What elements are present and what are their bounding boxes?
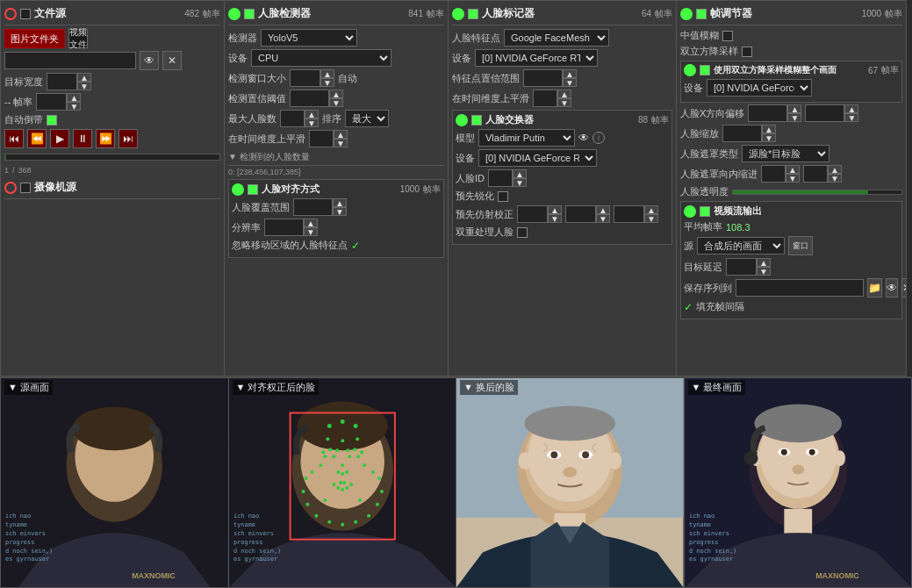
stream-delay-down[interactable]: ▼ [757,267,771,276]
swap-affine3-down[interactable]: ▼ [644,214,658,223]
source-btn4[interactable]: ⏸ [73,129,92,148]
swap-affine2-up[interactable]: ▲ [596,205,610,214]
detect-window-up[interactable]: ▲ [320,69,334,78]
detect-maxfaces-up[interactable]: ▲ [305,110,319,118]
swap-enable-check[interactable] [471,115,482,125]
marker-power-btn[interactable] [452,8,464,20]
marker-smooth-up[interactable]: ▲ [557,90,571,98]
source-btn2[interactable]: ⏪ [27,129,47,148]
tune-erode-down[interactable]: ▼ [786,174,800,183]
marker-feature-down[interactable]: ▼ [563,78,577,87]
detect-enable-check[interactable] [244,9,255,19]
align-resolution-down[interactable]: ▼ [304,227,318,236]
source-filepath-input[interactable]: \DeepFaceLive\twitch1.mp4 [4,52,136,69]
swap-affine1-up[interactable]: ▲ [548,205,562,214]
marker-enable-check[interactable] [468,9,478,19]
tune-xoffset-input[interactable]: 0.000 [748,104,787,122]
tune-erode-input[interactable]: 5 [761,165,786,183]
marker-feature-up[interactable]: ▲ [563,69,577,78]
detect-smooth-input[interactable]: 1 [309,130,334,147]
detect-window-input[interactable]: 128 [290,69,320,87]
tune-blur-down[interactable]: ▼ [828,174,842,183]
source-fps-input[interactable]: 自动 [36,93,67,111]
stream-folder-icon[interactable]: 📁 [867,278,882,298]
tune-enable-check[interactable] [696,9,707,19]
tune-erode-up[interactable]: ▲ [786,165,800,174]
swap-affine1-input[interactable]: 1.00 [517,205,548,223]
align-coverage-down[interactable]: ▼ [333,207,347,216]
align-coverage-up[interactable]: ▲ [333,198,347,207]
source-width-input[interactable]: 自动 [47,73,77,90]
stream-fillgap-check[interactable]: ✓ [684,301,693,313]
swap-affine2-down[interactable]: ▼ [596,214,610,223]
detect-threshold-down[interactable]: ▼ [329,98,343,107]
tune-blur-input[interactable]: 25 [803,165,828,183]
stream-eye-icon[interactable]: 👁 [886,278,898,298]
swap-device-select[interactable]: [0] NVIDIA GeForce RTX [478,149,597,167]
camera-power-btn[interactable] [4,182,17,194]
source-btn3[interactable]: ▶ [50,129,69,148]
detect-maxfaces-input[interactable]: 1 [280,110,305,127]
stream-delay-input[interactable]: 500 [726,258,757,276]
stream-enable-check[interactable] [700,206,710,217]
swap-affine3-up[interactable]: ▲ [644,205,658,214]
tune-xoffset-up[interactable]: ▲ [787,104,801,113]
marker-smooth-down[interactable]: ▼ [557,98,571,107]
source-btn5[interactable]: ⏩ [96,129,115,148]
align-resolution-up[interactable]: ▲ [304,219,318,227]
swap-faceid-input[interactable]: 0 [488,169,513,187]
detect-sort-select[interactable]: 最大 [345,110,389,127]
stream-close-icon[interactable]: ✕ [901,278,907,298]
stream-delay-up[interactable]: ▲ [757,258,771,267]
swap-faceid-up[interactable]: ▲ [513,169,527,178]
camera-enable-check[interactable] [20,183,31,193]
align-resolution-input[interactable]: 224 [264,219,304,236]
tune-scale-up[interactable]: ▲ [762,125,776,133]
marker-feature-input[interactable]: 1.3 [523,69,563,87]
tune-scale-input[interactable]: 1.00 [722,125,762,142]
swap-affine2-input[interactable]: 1.00 [565,205,596,223]
align-ignore-check[interactable]: ✓ [351,240,360,252]
source-width-up[interactable]: ▲ [77,73,91,82]
detect-window-down[interactable]: ▼ [320,78,334,87]
source-progress-bar[interactable] [4,154,220,161]
stream-save-input[interactable]: ... [736,279,864,297]
tab-image-folder[interactable]: 图片文件夹 [4,29,65,48]
swap-eye-icon[interactable]: 👁 [578,132,589,144]
swap-affine3-input[interactable]: 1.00 [614,205,644,223]
source-eye-icon[interactable]: 👁 [140,51,159,70]
bilateral-power-btn[interactable] [684,64,696,76]
tune-yoffset-down[interactable]: ▼ [844,113,858,122]
tab-video-file[interactable]: 视频文件 [68,29,88,48]
stream-source-select[interactable]: 合成后的画面 [697,237,785,255]
align-coverage-input[interactable]: 2.2 [293,198,333,216]
swap-info-icon[interactable]: i [592,132,605,144]
source-autofeed-check[interactable] [47,115,57,125]
detect-power-btn[interactable] [228,8,241,20]
detect-smooth-down[interactable]: ▼ [334,139,348,147]
swap-affine1-down[interactable]: ▼ [548,214,562,223]
source-fps-up[interactable]: ▲ [67,93,81,102]
source-enable-check[interactable] [20,9,31,19]
align-power-btn[interactable] [232,183,244,196]
source-close-icon[interactable]: ✕ [162,51,182,70]
marker-device-select[interactable]: [0] NVIDIA GeForce RTX 3 [475,49,598,67]
source-btn6[interactable]: ⏭ [118,129,138,148]
detect-threshold-input[interactable]: 0.50 [290,90,329,107]
tune-yoffset-up[interactable]: ▲ [844,104,858,113]
detect-threshold-up[interactable]: ▲ [329,90,343,98]
tune-masktype-select[interactable]: 源脸*目标脸 [742,145,829,162]
stream-window-btn[interactable]: 窗口 [788,236,813,255]
marker-landmark-select[interactable]: Google FaceMesh [504,29,609,47]
source-fps-down[interactable]: ▼ [67,102,81,111]
tune-yoffset-input[interactable]: 0.000 [805,104,844,122]
detect-device-select[interactable]: CPU [251,49,391,67]
swap-model-select[interactable]: Vladimir Putin [478,129,575,147]
bilateral-device-select[interactable]: [0] NVIDIA GeForce [707,79,812,97]
source-width-down[interactable]: ▼ [77,82,91,90]
marker-smooth-input[interactable]: 1 [533,90,557,107]
swap-double-check[interactable] [517,227,528,238]
stream-power-btn[interactable] [684,205,696,218]
detect-detector-select[interactable]: YoloV5 [261,29,357,47]
tune-power-btn[interactable] [680,8,693,20]
